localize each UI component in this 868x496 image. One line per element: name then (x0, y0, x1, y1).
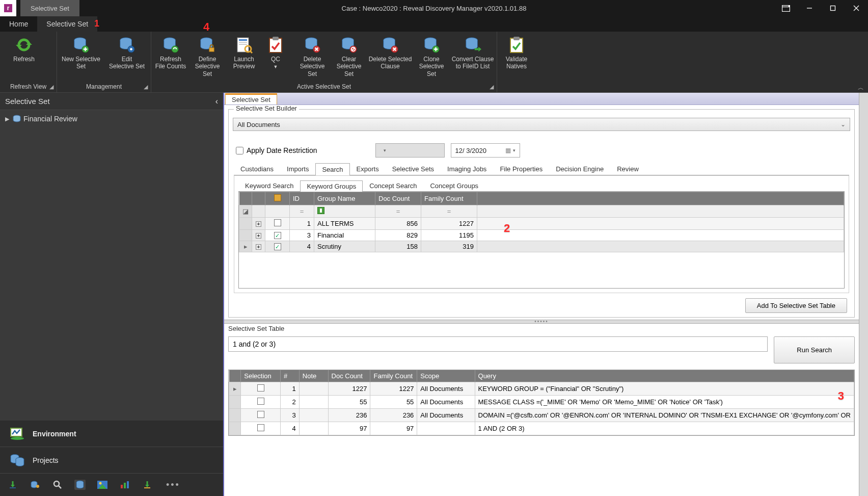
builder-tab-search[interactable]: Search (315, 163, 349, 175)
toolbar-chart-icon[interactable] (119, 480, 130, 490)
add-to-table-button[interactable]: Add To Selective Set Table (745, 298, 847, 313)
refresh-icon (15, 36, 33, 54)
sidebar-nav-environment[interactable]: Environment (0, 421, 223, 447)
builder-tab-review[interactable]: Review (610, 163, 645, 175)
filter-icon[interactable] (317, 207, 324, 214)
svg-rect-23 (239, 42, 247, 43)
svg-point-62 (99, 482, 102, 485)
define-selective-set-button[interactable]: 4 Define Selective Set (189, 34, 226, 82)
sidebar-collapse-icon[interactable]: ‹ (215, 97, 218, 106)
group-launcher-icon[interactable]: ◢ (144, 84, 148, 90)
expand-icon[interactable]: + (256, 244, 261, 250)
builder-tab-decision-engine[interactable]: Decision Engine (549, 163, 610, 175)
maximize-button[interactable] (821, 0, 845, 16)
clear-selective-set-button[interactable]: Clear Selective Set (331, 34, 367, 82)
row-checkbox[interactable] (274, 219, 281, 226)
content-tabbar: Selective Set (224, 93, 859, 105)
builder-tab-imaging-jobs[interactable]: Imaging Jobs (441, 163, 493, 175)
tree-item-financial-review[interactable]: ▶ Financial Review (2, 113, 221, 124)
expand-icon[interactable]: + (256, 221, 261, 227)
delete-selected-clause-button[interactable]: Delete Selected Clause (367, 34, 413, 82)
preview-icon (235, 36, 253, 54)
database-remove-icon (381, 36, 399, 54)
svg-rect-27 (269, 38, 282, 53)
builder-subtab-concept-search[interactable]: Concept Search (363, 180, 423, 191)
toolbar-more-icon[interactable]: ••• (166, 480, 180, 490)
builder-subtab-concept-groups[interactable]: Concept Groups (423, 180, 485, 191)
builder-tab-imports[interactable]: Imports (280, 163, 315, 175)
toolbar-image-icon[interactable] (97, 480, 108, 490)
toolbar-download-icon[interactable] (7, 480, 18, 490)
selective-set-table[interactable]: Selection # Note Doc Count Family Count … (229, 370, 854, 435)
scope-dropdown[interactable]: All Documents⌄ (233, 118, 850, 131)
clone-selective-set-button[interactable]: Clone Selective Set (413, 34, 450, 82)
vertical-scrollbar[interactable] (859, 93, 868, 496)
keyword-groups-grid[interactable]: ID Group Name Doc Count Family Count ◪= (239, 192, 844, 252)
apply-date-checkbox[interactable]: Apply Date Restriction (236, 146, 317, 154)
database-clone-icon (422, 36, 441, 54)
set-icon (12, 114, 21, 123)
horizontal-splitter[interactable] (224, 320, 859, 324)
launch-preview-button[interactable]: Launch Preview (226, 34, 262, 82)
database-export-icon (464, 36, 482, 54)
edit-selective-set-button[interactable]: Edit Selective Set (104, 34, 150, 82)
tree-item-label: Financial Review (23, 115, 77, 123)
builder-tab-selective-sets[interactable]: Selective Sets (386, 163, 441, 175)
delete-selective-set-button[interactable]: Delete Selective Set (294, 34, 331, 82)
close-button[interactable] (845, 0, 868, 16)
database-add-icon (72, 36, 90, 54)
toolbar-download2-icon[interactable] (142, 480, 153, 490)
convert-clause-button[interactable]: Convert Clause to FileID List (450, 34, 496, 82)
expand-icon[interactable]: + (256, 233, 261, 239)
row-checkbox[interactable] (257, 411, 264, 418)
grid-row[interactable]: +✓3Financial8291195 (239, 230, 844, 241)
sidebar-nav-projects[interactable]: Projects (0, 447, 223, 474)
minimize-button[interactable] (798, 0, 821, 16)
builder-subtab-keyword-search[interactable]: Keyword Search (238, 180, 300, 191)
sidebar-header: Selective Set ‹ (0, 93, 223, 110)
toolbar-db-icon[interactable] (74, 480, 86, 490)
set-table-legend: Selective Set Table (228, 325, 855, 332)
table-row[interactable]: 3236236All DocumentsDOMAIN =('@csfb.com'… (229, 409, 854, 422)
chevron-down-icon: ⌄ (840, 121, 846, 128)
content-tab-selective-set[interactable]: Selective Set (225, 93, 277, 105)
row-checkbox[interactable] (257, 398, 264, 405)
qc-button[interactable]: QC▼ (262, 34, 289, 82)
grid-row[interactable]: +1ALL TERMS8561227 (239, 218, 844, 230)
row-checkbox[interactable]: ✓ (274, 232, 281, 239)
table-row[interactable]: 497971 AND (2 OR 3) (229, 422, 854, 435)
row-checkbox[interactable] (257, 424, 264, 431)
table-row[interactable]: 25555All DocumentsMESSAGE CLASS =('_MIME… (229, 396, 854, 409)
chevron-down-icon: ▾ (384, 148, 386, 153)
svg-marker-67 (145, 485, 149, 487)
refresh-button[interactable]: Refresh (1, 34, 47, 82)
run-search-button[interactable]: Run Search (774, 336, 855, 363)
validate-natives-button[interactable]: Validate Natives (498, 34, 535, 82)
filter-row-icon[interactable]: ◪ (239, 205, 252, 218)
table-row[interactable]: ▸112271227All DocumentsKEYWORD GROUP = (… (229, 382, 854, 396)
tab-home[interactable]: Home (0, 16, 37, 32)
ribbon-collapse-icon[interactable]: ︿ (858, 84, 864, 92)
grid-row[interactable]: ▸+✓4Scrutiny158319 (239, 241, 844, 252)
svg-line-59 (59, 486, 61, 488)
date-from-field[interactable]: ▾ (375, 143, 445, 158)
tree-expander-icon[interactable]: ▶ (4, 116, 10, 122)
group-launcher-icon[interactable]: ◢ (490, 84, 494, 90)
refresh-file-counts-button[interactable]: Refresh File Counts (152, 34, 189, 82)
date-to-field[interactable]: 12/ 3/2020▦▾ (451, 143, 520, 158)
builder-subtab-keyword-groups[interactable]: Keyword Groups (300, 180, 363, 192)
tab-selective-set[interactable]: Selective Set 1 (37, 16, 97, 32)
builder-tab-exports[interactable]: Exports (350, 163, 386, 175)
toolbar-user-db-icon[interactable] (30, 480, 41, 490)
row-checkbox[interactable]: ✓ (274, 243, 281, 250)
ribbon-display-options-icon[interactable] (774, 0, 798, 16)
query-input[interactable] (228, 336, 768, 352)
group-launcher-icon[interactable]: ◢ (49, 84, 53, 90)
toolbar-search-icon[interactable] (52, 480, 63, 490)
svg-rect-20 (209, 48, 214, 52)
svg-rect-22 (239, 39, 247, 41)
builder-tab-custodians[interactable]: Custodians (234, 163, 280, 175)
new-selective-set-button[interactable]: New Selective Set (58, 34, 104, 82)
row-checkbox[interactable] (257, 384, 264, 391)
builder-tab-file-properties[interactable]: File Properties (493, 163, 549, 175)
